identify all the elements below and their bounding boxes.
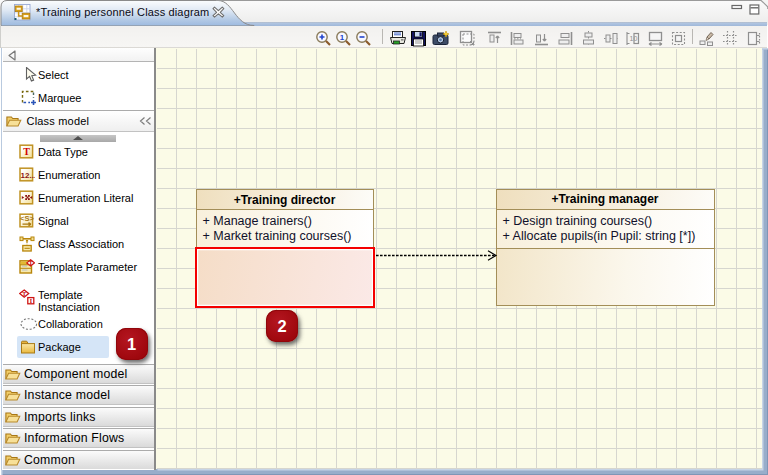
svg-text:T: T [23,146,30,157]
svg-text:T: T [28,260,32,266]
svg-text:12...: 12... [20,171,34,180]
svg-text:T: T [22,291,26,297]
svg-text:1: 1 [339,33,344,42]
svg-text:<S>: <S> [20,214,34,223]
